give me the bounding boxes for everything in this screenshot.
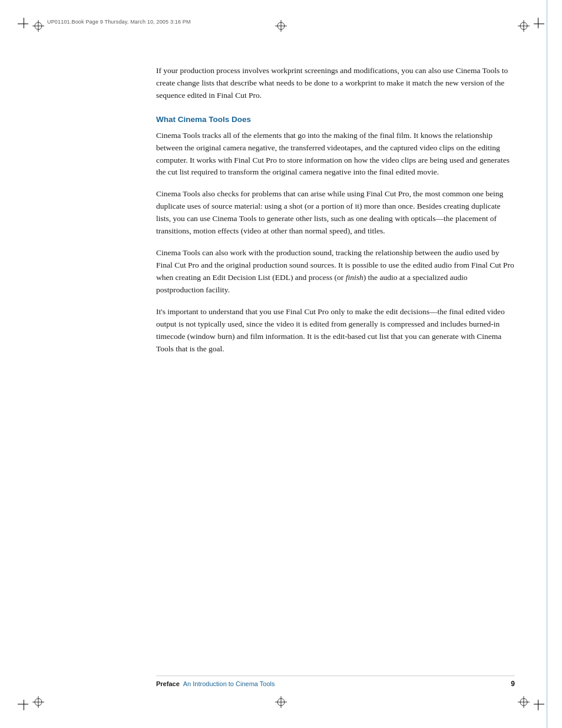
crop-mark-bottom-left xyxy=(18,697,31,710)
main-content: If your production process involves work… xyxy=(156,65,515,364)
body-paragraph-1: Cinema Tools tracks all of the elements … xyxy=(156,130,515,179)
footer-label: Preface xyxy=(156,680,180,687)
page: UP01101.Book Page 9 Thursday, March 10, … xyxy=(0,0,562,728)
reg-mark-top-left xyxy=(32,20,44,32)
footer-section-link: An Introduction to Cinema Tools xyxy=(183,680,275,687)
body-paragraph-2: Cinema Tools also checks for problems th… xyxy=(156,188,515,238)
reg-mark-top-center xyxy=(275,20,287,32)
para3-italic-word: finish xyxy=(346,273,363,282)
reg-mark-top-right xyxy=(518,20,530,32)
crop-mark-top-right xyxy=(531,18,544,31)
intro-paragraph: If your production process involves work… xyxy=(156,65,515,102)
reg-mark-bottom-center xyxy=(275,696,287,708)
reg-mark-bottom-left xyxy=(32,696,44,708)
section-heading: What Cinema Tools Does xyxy=(156,114,515,126)
crop-mark-bottom-right xyxy=(531,697,544,710)
body-paragraph-4: It's important to understand that you us… xyxy=(156,306,515,355)
right-border-line xyxy=(547,0,547,728)
reg-mark-bottom-right xyxy=(518,696,530,708)
crop-mark-top-left xyxy=(18,18,31,31)
body-paragraph-3: Cinema Tools can also work with the prod… xyxy=(156,247,515,297)
footer-page-number: 9 xyxy=(511,680,515,688)
header-metadata: UP01101.Book Page 9 Thursday, March 10, … xyxy=(47,19,191,25)
page-footer: Preface An Introduction to Cinema Tools … xyxy=(156,676,515,688)
footer-left-section: Preface An Introduction to Cinema Tools xyxy=(156,680,275,687)
